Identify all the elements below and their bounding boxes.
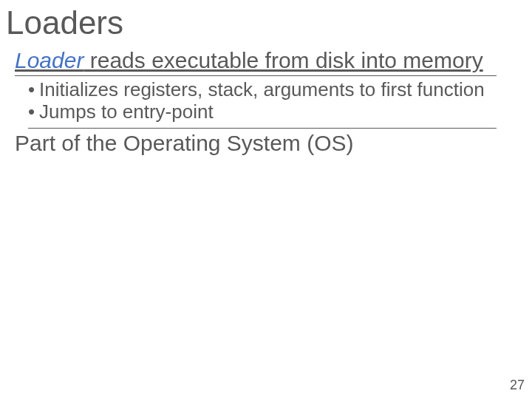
definition-rest: reads executable from disk into memory bbox=[83, 48, 482, 72]
page-number: 27 bbox=[510, 378, 525, 393]
secondary-line: Part of the Operating System (OS) bbox=[15, 129, 517, 157]
bullet-item: • Jumps to entry-point bbox=[28, 101, 517, 123]
term-loader: Loader bbox=[15, 48, 83, 72]
bullet-marker: • bbox=[28, 101, 39, 123]
bullet-list: • Initializes registers, stack, argument… bbox=[15, 76, 517, 128]
bullet-marker: • bbox=[28, 79, 39, 101]
bullet-text: Initializes registers, stack, arguments … bbox=[39, 79, 485, 101]
bullet-text: Jumps to entry-point bbox=[39, 101, 214, 123]
bullet-item: • Initializes registers, stack, argument… bbox=[28, 79, 517, 101]
slide-title: Loaders bbox=[0, 0, 532, 46]
definition-line: Loader reads executable from disk into m… bbox=[15, 47, 517, 74]
slide-content: Loader reads executable from disk into m… bbox=[0, 46, 532, 157]
